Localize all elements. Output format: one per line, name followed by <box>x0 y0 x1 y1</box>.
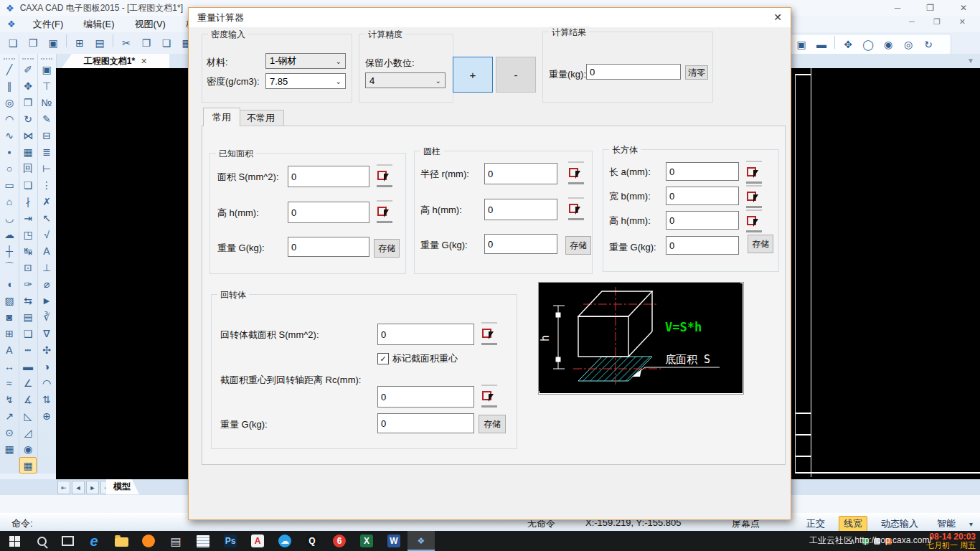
search-button[interactable] <box>29 531 55 551</box>
store-button[interactable]: 存储 <box>479 415 506 433</box>
taskbar-acrobat[interactable]: A <box>244 531 271 551</box>
pick-from-drawing-button[interactable] <box>375 164 394 187</box>
toolbar-separator[interactable] <box>113 34 113 47</box>
revision-cloud-tool[interactable]: ☁ <box>1 226 18 242</box>
nav-first-button[interactable]: ⇤ <box>57 481 70 494</box>
zoom-window-button[interactable]: ◎ <box>899 36 918 53</box>
table-edit-tool[interactable]: ⊟ <box>38 127 55 143</box>
move-tool[interactable]: ✥ <box>19 77 37 94</box>
break-tool[interactable]: ∤ <box>19 193 37 209</box>
toggle-ortho[interactable]: 正交 <box>801 516 830 532</box>
radius-input[interactable] <box>484 163 557 184</box>
area-inquiry-tool[interactable]: ∠ <box>19 375 37 391</box>
tab-common[interactable]: 常用 <box>203 108 240 126</box>
text-tool[interactable]: A <box>1 342 18 358</box>
toolbar-separator[interactable] <box>834 36 835 49</box>
block-tool[interactable]: ▦ <box>1 441 18 457</box>
check-dimension-tool[interactable]: ✗ <box>38 193 55 209</box>
node-tool[interactable]: ⋮ <box>38 176 55 193</box>
serial-edit-tool[interactable]: ✎ <box>38 110 55 127</box>
nav-prev-button[interactable]: ◄ <box>72 481 85 494</box>
height-input[interactable] <box>484 199 557 220</box>
height-input[interactable] <box>288 202 369 223</box>
bom-tool[interactable]: ≣ <box>38 143 55 160</box>
weight-calculator-tool[interactable]: ▦ <box>19 457 37 474</box>
tab-uncommon[interactable]: 不常用 <box>237 110 284 126</box>
dialog-titlebar[interactable]: 重量计算器 <box>189 8 791 27</box>
menu-view[interactable]: 视图(V) <box>125 17 176 32</box>
parallel-line-tool[interactable]: ∥ <box>1 77 18 94</box>
sqrt-tool[interactable]: √ <box>38 226 55 242</box>
clear-button[interactable]: 清零 <box>685 65 708 80</box>
line-tool[interactable]: ╱ <box>1 61 18 77</box>
grade-symbol-tool[interactable]: ∇ <box>38 325 55 342</box>
view-tool[interactable]: ◉ <box>19 441 37 457</box>
menu-edit[interactable]: 编辑(E) <box>73 17 124 32</box>
open-button[interactable]: ❒ <box>24 34 42 52</box>
ruler-button[interactable]: ▬ <box>812 36 831 53</box>
zoom-all-button[interactable]: ◉ <box>879 36 897 53</box>
taskbar-firefox[interactable] <box>135 531 162 551</box>
save-button[interactable]: ▣ <box>44 34 62 52</box>
leader-tool[interactable]: ↗ <box>1 408 18 424</box>
taskbar-fax[interactable]: ▤ <box>162 531 189 551</box>
leader-text-tool[interactable]: ↖ <box>38 209 55 226</box>
add-button[interactable]: + <box>453 57 493 93</box>
zoom-previous-button[interactable]: ↻ <box>919 36 938 53</box>
document-tab-close-icon[interactable]: ✕ <box>141 57 147 66</box>
dimension-style-tool[interactable]: ⊢ <box>38 160 55 176</box>
spline-tool[interactable]: ∿ <box>1 127 18 143</box>
taskbar-qq[interactable]: Q <box>298 531 326 551</box>
store-button[interactable]: 存储 <box>565 236 591 255</box>
toolbar-separator[interactable] <box>66 34 67 47</box>
curve-tool[interactable]: ◡ <box>1 209 18 226</box>
rectangle-tool[interactable]: ▭ <box>1 176 18 193</box>
centroid-distance-input[interactable] <box>377 386 474 408</box>
toggle-dynamic-input[interactable]: 动态输入 <box>876 516 923 532</box>
insert-table-tool[interactable]: ⊞ <box>1 325 18 342</box>
material-select[interactable]: 1-钢材 ⌄ <box>265 53 346 69</box>
point-tool[interactable]: ▪ <box>1 143 18 160</box>
stamp-tool[interactable]: ❑ <box>19 325 37 342</box>
circle-quadrant-tool[interactable]: ◑ <box>38 358 55 375</box>
taskbar-excel[interactable]: X <box>353 531 380 551</box>
taskbar-word[interactable]: W <box>380 531 407 551</box>
profile-tool[interactable]: ◖ <box>1 276 18 292</box>
pick-from-drawing-button[interactable] <box>745 161 763 184</box>
linear-dimension-tool[interactable]: ↔ <box>1 358 18 375</box>
array-tool[interactable]: ▦ <box>19 143 37 160</box>
store-button[interactable]: 存储 <box>374 239 400 258</box>
center-mark-tool[interactable]: ✣ <box>38 342 55 358</box>
density-select[interactable]: 7.85 ⌄ <box>265 73 346 89</box>
document-tab[interactable]: 工程图文档1* ✕ <box>62 54 169 68</box>
datum-tool[interactable]: ⊥ <box>38 259 55 276</box>
region-fill-tool[interactable]: ◙ <box>1 309 18 325</box>
hatch-tool[interactable]: ▨ <box>1 292 18 309</box>
arc-dimension-tool[interactable]: ◠ <box>38 375 55 391</box>
centerline-tool[interactable]: ┼ <box>1 242 18 259</box>
polygon-tool[interactable]: ⌂ <box>1 193 18 209</box>
subtract-button[interactable]: - <box>496 57 536 93</box>
area-input[interactable] <box>288 166 369 187</box>
display-settings-button[interactable]: ▣ <box>792 36 811 53</box>
taskbar-cloud-app[interactable]: ☁ <box>271 531 298 551</box>
result-weight-input[interactable] <box>586 64 681 80</box>
toggle-linewidth[interactable]: 线宽 <box>839 516 867 532</box>
angle-measure-tool[interactable]: ∡ <box>19 391 37 408</box>
text-style-tool[interactable]: A <box>38 242 55 259</box>
serial-number-tool[interactable]: № <box>38 94 55 110</box>
weight-input[interactable] <box>377 413 474 433</box>
erase-tool[interactable]: ✐ <box>19 61 37 77</box>
arrow-tool[interactable]: ► <box>38 292 55 309</box>
dialog-close-button[interactable]: ✕ <box>773 11 782 23</box>
mark-centroid-checkbox[interactable]: ✓ 标记截面积重心 <box>377 352 458 365</box>
tab-list-dropdown-icon[interactable]: ▼ <box>967 57 974 65</box>
length-input[interactable] <box>666 162 739 181</box>
save-as-button[interactable]: ⊞ <box>70 34 89 52</box>
width-input[interactable] <box>666 187 739 205</box>
pick-from-drawing-button[interactable] <box>480 385 499 408</box>
smart-dropdown-icon[interactable]: ▾ <box>969 520 973 528</box>
copy-button[interactable]: ❐ <box>137 34 156 52</box>
pan-button[interactable]: ✥ <box>839 36 857 53</box>
model-tab[interactable]: 模型 <box>106 479 139 494</box>
